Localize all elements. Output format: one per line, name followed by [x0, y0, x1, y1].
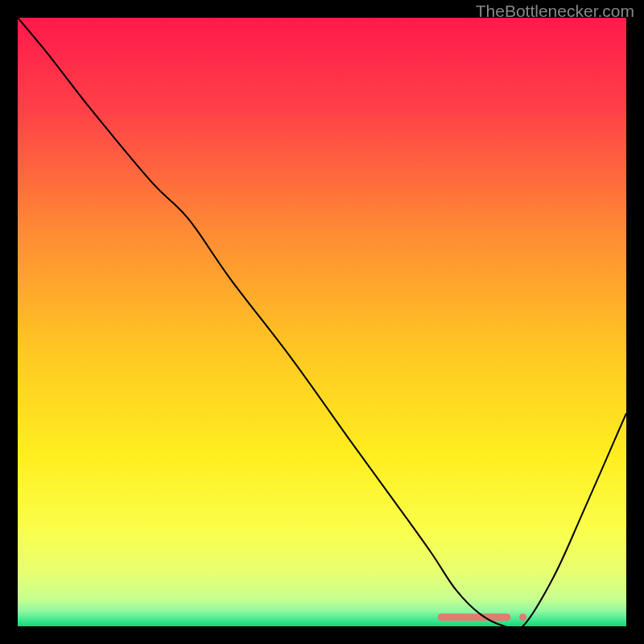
chart-svg — [18, 18, 626, 626]
highlight-bar — [438, 613, 511, 621]
highlight-dot — [519, 613, 526, 621]
plot-area — [18, 18, 626, 626]
watermark-text: TheBottlenecker.com — [476, 2, 634, 21]
gradient-background — [18, 18, 626, 626]
chart-container: TheBottlenecker.com — [0, 0, 644, 644]
